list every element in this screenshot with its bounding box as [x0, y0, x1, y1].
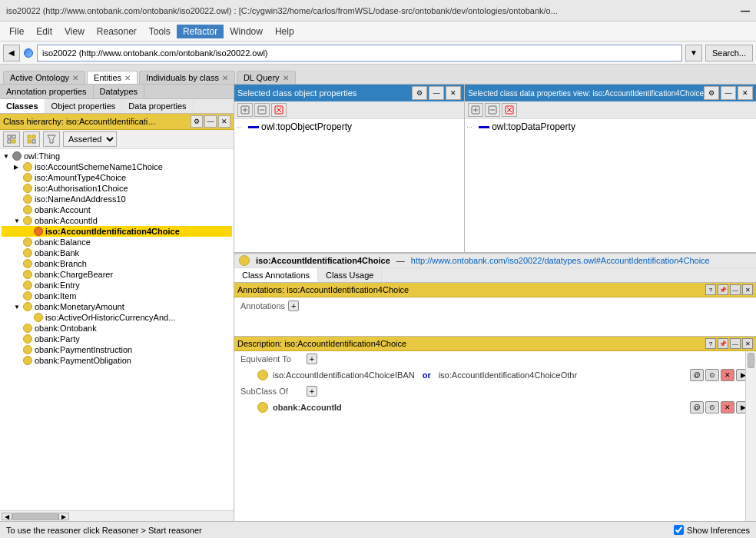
class-tree[interactable]: ▼owl:Thing▶iso:AccountSchemeName1Choicei… [0, 149, 234, 510]
tab-dl-query[interactable]: DL Query ✕ [237, 71, 296, 84]
tree-item[interactable]: iso:AccountIdentification4Choice [2, 226, 232, 237]
show-inferences-checkbox[interactable] [674, 525, 684, 535]
tree-item[interactable]: iso:Authorisation1Choice [2, 183, 232, 194]
tab-active-ontology-close[interactable]: ✕ [72, 74, 78, 82]
tree-item[interactable]: obank:Entry [2, 280, 232, 291]
tree-item[interactable]: obank:Bank [2, 247, 232, 258]
tree-item[interactable]: iso:ActiveOrHistoricCurrencyAnd... [2, 312, 232, 323]
tab-entities[interactable]: Entities ✕ [87, 71, 138, 84]
annotations-add-btn[interactable]: + [288, 301, 299, 311]
hierarchy-minus-btn[interactable]: — [204, 115, 217, 128]
menu-help[interactable]: Help [269, 25, 300, 38]
sub-delete-btn[interactable]: ✕ [721, 401, 734, 413]
menu-refactor[interactable]: Refactor [177, 25, 224, 38]
datatypes-tab[interactable]: Datatypes [94, 85, 145, 98]
tree-item[interactable]: ▼owl:Thing [2, 151, 232, 161]
sub-edit-btn[interactable]: ⊙ [705, 401, 719, 413]
tree-item[interactable]: iso:AmountType4Choice [2, 172, 232, 183]
data-minimize-btn[interactable]: — [721, 86, 736, 100]
tree-item[interactable]: obank:ChargeBearer [2, 269, 232, 280]
menu-edit[interactable]: Edit [30, 25, 58, 38]
data-delete-btn[interactable] [502, 103, 517, 117]
sub-at-btn[interactable]: @ [690, 401, 704, 413]
subclass-expr-row[interactable]: obank:AccountId @ ⊙ ✕ ▶ [234, 399, 756, 416]
eq-at-btn[interactable]: @ [690, 369, 704, 381]
tab-individuals-close[interactable]: ✕ [222, 74, 228, 82]
tree-item[interactable]: iso:NameAndAddress10 [2, 194, 232, 204]
obj-delete-btn[interactable] [271, 103, 287, 117]
tree-arrow[interactable]: ▼ [14, 304, 23, 311]
data-config-btn[interactable]: ⚙ [704, 86, 719, 100]
tree-item[interactable]: obank:Account [2, 204, 232, 215]
scroll-left-btn[interactable]: ◀ [2, 513, 12, 520]
annotations-pin-btn[interactable]: 📌 [718, 284, 728, 295]
tree-item[interactable]: obank:Ontobank [2, 323, 232, 334]
class-url[interactable]: http://www.ontobank.com/iso20022/datatyp… [411, 256, 710, 265]
asserted-select[interactable]: Asserted [63, 131, 117, 147]
obj-minimize-btn[interactable]: — [429, 86, 444, 100]
tree-expand-btn[interactable] [3, 131, 20, 147]
hierarchy-config-btn[interactable]: ⚙ [191, 115, 203, 128]
annotations-close-btn[interactable]: ✕ [742, 284, 753, 295]
desc-minimize-btn[interactable]: — [730, 338, 741, 349]
obj-edit-btn[interactable] [254, 103, 270, 117]
tree-item[interactable]: obank:Item [2, 291, 232, 301]
eq-edit-btn[interactable]: ⊙ [705, 369, 719, 381]
tab-class-usage[interactable]: Class Usage [318, 268, 382, 282]
classes-tab[interactable]: Classes [0, 99, 45, 113]
equivalent-expr2[interactable]: iso:AccountIdentification4ChoiceOthr [439, 370, 577, 380]
menu-view[interactable]: View [58, 25, 91, 38]
tree-item[interactable]: ▼obank:MonetaryAmount [2, 301, 232, 312]
subclass-expr[interactable]: obank:AccountId [273, 403, 342, 412]
tree-item[interactable]: obank:Branch [2, 258, 232, 269]
tree-item[interactable]: obank:PaymentObligation [2, 355, 232, 366]
search-button[interactable]: Search... [705, 45, 753, 61]
menu-file[interactable]: File [3, 25, 30, 38]
tree-horizontal-scrollbar[interactable]: ◀ ▶ [0, 510, 234, 521]
nav-back-button[interactable]: ◀ [3, 45, 20, 61]
minimize-button[interactable]: — [741, 5, 750, 16]
tree-filter-btn[interactable] [43, 131, 60, 147]
address-dropdown-button[interactable]: ▼ [685, 45, 702, 61]
owl-top-object-prop[interactable]: ··· owl:topObjectProperty [236, 121, 463, 133]
data-edit-btn[interactable] [485, 103, 500, 117]
data-close-btn[interactable]: ✕ [738, 86, 753, 100]
menu-window[interactable]: Window [224, 25, 269, 38]
equivalent-expr[interactable]: iso:AccountIdentification4ChoiceIBAN [273, 370, 415, 380]
tab-individuals[interactable]: Individuals by class ✕ [139, 71, 235, 84]
desc-scrollbar-thumb[interactable] [748, 353, 754, 368]
annotations-minimize-btn[interactable]: — [730, 284, 741, 295]
tree-arrow[interactable]: ▼ [3, 153, 12, 160]
address-input[interactable] [37, 45, 682, 61]
obj-close-btn[interactable]: ✕ [446, 86, 461, 100]
tree-arrow[interactable]: ▼ [14, 218, 23, 224]
obj-config-btn[interactable]: ⚙ [412, 86, 427, 100]
hierarchy-close-btn[interactable]: ✕ [218, 115, 230, 128]
obj-add-btn[interactable] [237, 103, 253, 117]
desc-vertical-scrollbar[interactable] [745, 351, 756, 521]
desc-close-btn[interactable]: ✕ [742, 338, 753, 349]
tree-item[interactable]: obank:Balance [2, 237, 232, 247]
data-properties-tab[interactable]: Data properties [122, 99, 193, 113]
tree-item[interactable]: obank:Party [2, 334, 232, 344]
annotation-properties-tab[interactable]: Annotation properties [0, 85, 94, 98]
tab-active-ontology[interactable]: Active Ontology ✕ [3, 71, 85, 84]
scrollbar-thumb[interactable] [12, 513, 58, 520]
desc-config-btn[interactable]: ? [705, 338, 716, 349]
tab-class-annotations[interactable]: Class Annotations [234, 268, 318, 282]
tree-item[interactable]: ▼obank:AccountId [2, 215, 232, 226]
menu-tools[interactable]: Tools [143, 25, 177, 38]
tab-dl-query-close[interactable]: ✕ [283, 74, 289, 82]
eq-delete-btn[interactable]: ✕ [721, 369, 734, 381]
tab-entities-close[interactable]: ✕ [124, 74, 131, 82]
equivalent-expr-row[interactable]: iso:AccountIdentification4ChoiceIBAN or … [234, 367, 756, 384]
owl-top-data-prop[interactable]: ··· owl:topDataProperty [466, 121, 754, 133]
annotations-config-btn[interactable]: ? [705, 284, 716, 295]
equivalent-to-add-btn[interactable]: + [307, 354, 317, 364]
object-properties-tab[interactable]: Object properties [45, 99, 123, 113]
menu-reasoner[interactable]: Reasoner [91, 25, 143, 38]
scroll-right-btn[interactable]: ▶ [58, 513, 69, 520]
data-add-btn[interactable] [468, 103, 483, 117]
tree-item[interactable]: obank:PaymentInstruction [2, 344, 232, 355]
subclass-of-add-btn[interactable]: + [307, 386, 317, 397]
